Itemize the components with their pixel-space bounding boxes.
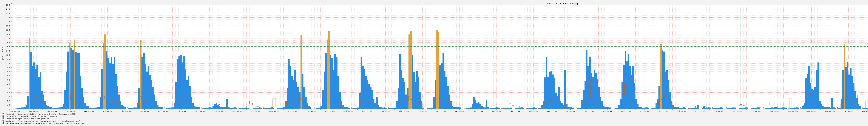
- svg-text:Fri 00:00: Fri 00:00: [417, 110, 427, 112]
- svg-text:Sat 00:00: Sat 00:00: [714, 110, 723, 112]
- svg-text:Tue 00:00: Tue 00:00: [566, 110, 575, 112]
- svg-text:22 M: 22 M: [6, 17, 10, 19]
- svg-text:Fri 12:00: Fri 12:00: [695, 110, 705, 112]
- svg-text:Mon 00:00: Mon 00:00: [10, 110, 20, 112]
- svg-text:Tue 00:00: Tue 00:00: [47, 110, 57, 112]
- svg-text:11 M: 11 M: [6, 62, 10, 65]
- svg-text:7 M: 7 M: [7, 79, 10, 81]
- svg-text:Thu 12:00: Thu 12:00: [399, 110, 409, 112]
- svg-text:5 M: 5 M: [7, 87, 10, 90]
- svg-text:Inbound subjected to link cong: Inbound subjected to link congestion: [5, 118, 49, 120]
- svg-text:Inbound with possible poor lin: Inbound with possible poor link performa…: [5, 115, 58, 118]
- svg-text:Wed 12:00: Wed 12:00: [103, 110, 112, 112]
- svg-text:Wed 00:00: Wed 00:00: [603, 110, 612, 112]
- svg-text:Recommended consistent average: Recommended consistent average(75%) for …: [5, 122, 84, 125]
- svg-text:Sun 12:00: Sun 12:00: [770, 110, 779, 112]
- svg-text:0: 0: [9, 108, 10, 110]
- svg-text:Fri 00:00: Fri 00:00: [677, 110, 686, 112]
- svg-text:19 M: 19 M: [6, 29, 10, 31]
- svg-text:Tue 00:00: Tue 00:00: [306, 110, 316, 112]
- svg-text:Mon 00:00: Mon 00:00: [270, 110, 279, 112]
- svg-text:Sun 12:00: Sun 12:00: [510, 110, 520, 112]
- svg-text:4 M: 4 M: [7, 92, 10, 94]
- svg-text:Mon 12:00: Mon 12:00: [288, 110, 298, 112]
- svg-text:14 M: 14 M: [6, 50, 10, 52]
- svg-text:Monthly (1 Hour Average): Monthly (1 Hour Average): [547, 2, 581, 5]
- svg-text:Inbound [Current-199.70k, Av: Inbound [Current-199.70k, Average-2.31M,…: [5, 113, 77, 115]
- svg-text:Thu 00:00: Thu 00:00: [640, 110, 649, 112]
- svg-text:6 M: 6 M: [7, 83, 10, 85]
- svg-text:Sun 00:00: Sun 00:00: [232, 110, 242, 112]
- svg-text:Thu 00:00: Thu 00:00: [380, 110, 390, 112]
- svg-text:2 M: 2 M: [7, 100, 10, 102]
- svg-text:Wed 12:00: Wed 12:00: [362, 110, 372, 112]
- svg-text:Sat 00:00: Sat 00:00: [455, 110, 464, 112]
- svg-text:Sat 12:00: Sat 12:00: [733, 110, 742, 112]
- svg-text:17 M: 17 M: [6, 37, 10, 40]
- svg-text:Fri 00:00: Fri 00:00: [158, 110, 168, 112]
- svg-text:Wed 00:00: Wed 00:00: [862, 110, 868, 112]
- svg-text:Outbound [Current-433.62k, A: Outbound [Current-433.62k, Average-725.1…: [5, 120, 81, 122]
- svg-text:25 M: 25 M: [6, 4, 10, 6]
- svg-text:3 M: 3 M: [7, 96, 10, 98]
- svg-text:Tue 12:00: Tue 12:00: [584, 110, 594, 112]
- svg-text:Mon 00:00: Mon 00:00: [788, 110, 798, 112]
- svg-text:Thu 00:00: Thu 00:00: [121, 110, 131, 112]
- svg-text:Mon 12:00: Mon 12:00: [29, 110, 38, 112]
- svg-text:Thu 12:00: Thu 12:00: [658, 110, 668, 112]
- svg-text:15 M: 15 M: [6, 46, 10, 48]
- svg-text:Mon 12:00: Mon 12:00: [807, 110, 816, 112]
- svg-text:Wed 00:00: Wed 00:00: [344, 110, 353, 112]
- svg-text:10 M: 10 M: [6, 67, 10, 69]
- svg-text:Mon 12:00: Mon 12:00: [547, 110, 557, 112]
- svg-text:Sat 12:00: Sat 12:00: [473, 110, 483, 112]
- svg-text:9 M: 9 M: [7, 71, 10, 73]
- svg-text:23 M: 23 M: [6, 12, 10, 15]
- svg-text:Sat 12:00: Sat 12:00: [214, 110, 223, 112]
- svg-text:16 M: 16 M: [6, 42, 10, 44]
- svg-text:Tue 12:00: Tue 12:00: [325, 110, 335, 112]
- svg-text:Sun 00:00: Sun 00:00: [492, 110, 501, 112]
- svg-text:Sun 12:00: Sun 12:00: [251, 110, 260, 112]
- svg-text:8 M: 8 M: [7, 75, 10, 77]
- svg-text:18 M: 18 M: [6, 33, 10, 35]
- svg-text:21 M: 21 M: [6, 21, 10, 23]
- svg-text:Wed 12:00: Wed 12:00: [621, 110, 631, 112]
- svg-text:Thu 12:00: Thu 12:00: [140, 110, 149, 112]
- svg-text:Tue 00:00: Tue 00:00: [825, 110, 835, 112]
- svg-text:Wed 00:00: Wed 00:00: [84, 110, 94, 112]
- svg-text:Fri 12:00: Fri 12:00: [436, 110, 446, 112]
- svg-text:Tue 12:00: Tue 12:00: [66, 110, 75, 112]
- svg-text:13 M: 13 M: [6, 54, 10, 56]
- svg-text:Sat 00:00: Sat 00:00: [195, 110, 205, 112]
- svg-text:12 M: 12 M: [6, 58, 10, 60]
- svg-text:Sun 00:00: Sun 00:00: [751, 110, 761, 112]
- svg-text:24 M: 24 M: [6, 8, 10, 10]
- svg-text:20 M: 20 M: [6, 25, 10, 27]
- svg-text:Mon 00:00: Mon 00:00: [529, 110, 538, 112]
- svg-text:bits per second: bits per second: [2, 47, 4, 66]
- svg-text:Fri 12:00: Fri 12:00: [177, 110, 186, 112]
- svg-text:Tue 12:00: Tue 12:00: [843, 110, 853, 112]
- svg-text:1 M: 1 M: [7, 104, 10, 106]
